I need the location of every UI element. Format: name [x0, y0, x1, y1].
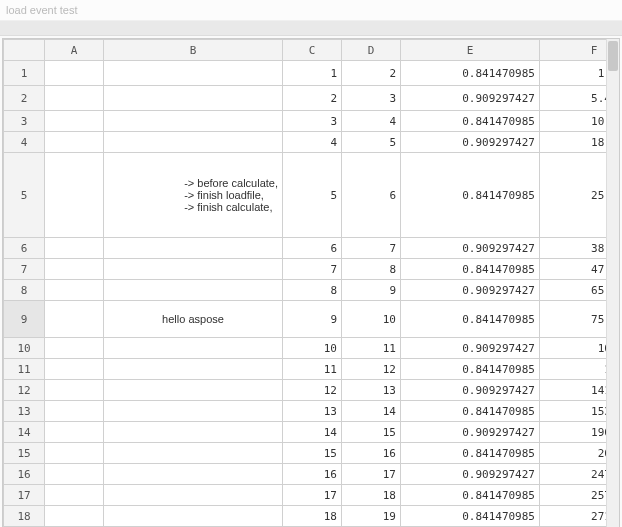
cell-B18[interactable]: [104, 506, 283, 527]
cell-D6[interactable]: 7: [342, 238, 401, 259]
cell-C18[interactable]: 18: [283, 506, 342, 527]
cell-D11[interactable]: 12: [342, 359, 401, 380]
cell-B3[interactable]: [104, 111, 283, 132]
table-row[interactable]: 7780.84147098547.12237: [4, 259, 621, 280]
cell-B15[interactable]: [104, 443, 283, 464]
table-row[interactable]: 1616170.909297427247.3289: [4, 464, 621, 485]
cell-C10[interactable]: 10: [283, 338, 342, 359]
row-header[interactable]: 14: [4, 422, 45, 443]
cell-E9[interactable]: 0.841470985: [401, 301, 540, 338]
cell-E4[interactable]: 0.909297427: [401, 132, 540, 153]
cell-A7[interactable]: [45, 259, 104, 280]
table-row[interactable]: 1515160.841470985201.953: [4, 443, 621, 464]
col-header-C[interactable]: C: [283, 40, 342, 61]
cell-C5[interactable]: 5: [283, 153, 342, 238]
cell-E8[interactable]: 0.909297427: [401, 280, 540, 301]
cell-D13[interactable]: 14: [342, 401, 401, 422]
cell-D1[interactable]: 2: [342, 61, 401, 86]
cell-D4[interactable]: 5: [342, 132, 401, 153]
table-row[interactable]: 3340.84147098510.09765: [4, 111, 621, 132]
cell-B7[interactable]: [104, 259, 283, 280]
row-header[interactable]: 7: [4, 259, 45, 280]
cell-D17[interactable]: 18: [342, 485, 401, 506]
cell-D8[interactable]: 9: [342, 280, 401, 301]
cell-E11[interactable]: 0.841470985: [401, 359, 540, 380]
cell-A4[interactable]: [45, 132, 104, 153]
cell-A15[interactable]: [45, 443, 104, 464]
cell-D10[interactable]: 11: [342, 338, 401, 359]
row-header[interactable]: 10: [4, 338, 45, 359]
row-header[interactable]: 1: [4, 61, 45, 86]
table-row[interactable]: 9hello aspose9100.84147098575.73238: [4, 301, 621, 338]
cell-B2[interactable]: [104, 86, 283, 111]
row-header[interactable]: 12: [4, 380, 45, 401]
cell-A6[interactable]: [45, 238, 104, 259]
cell-E12[interactable]: 0.909297427: [401, 380, 540, 401]
cell-B14[interactable]: [104, 422, 283, 443]
cell-C11[interactable]: 11: [283, 359, 342, 380]
cell-B4[interactable]: [104, 132, 283, 153]
cell-A2[interactable]: [45, 86, 104, 111]
table-row[interactable]: 1010110.909297427100.022: [4, 338, 621, 359]
cell-D14[interactable]: 15: [342, 422, 401, 443]
cell-A13[interactable]: [45, 401, 104, 422]
cell-C8[interactable]: 8: [283, 280, 342, 301]
cell-D12[interactable]: 13: [342, 380, 401, 401]
table-row[interactable]: 1313140.841470985153.1477: [4, 401, 621, 422]
cell-C3[interactable]: 3: [283, 111, 342, 132]
scrollbar-thumb[interactable]: [608, 41, 618, 71]
corner-cell[interactable]: [4, 40, 45, 61]
cell-C4[interactable]: 4: [283, 132, 342, 153]
cell-A10[interactable]: [45, 338, 104, 359]
row-header[interactable]: 6: [4, 238, 45, 259]
cell-A3[interactable]: [45, 111, 104, 132]
cell-C14[interactable]: 14: [283, 422, 342, 443]
table-row[interactable]: 1212130.909297427141.8503: [4, 380, 621, 401]
cell-C12[interactable]: 12: [283, 380, 342, 401]
cell-C2[interactable]: 2: [283, 86, 342, 111]
cell-C7[interactable]: 7: [283, 259, 342, 280]
row-header[interactable]: 15: [4, 443, 45, 464]
cell-C6[interactable]: 6: [283, 238, 342, 259]
row-header[interactable]: 4: [4, 132, 45, 153]
cell-E1[interactable]: 0.841470985: [401, 61, 540, 86]
cell-A17[interactable]: [45, 485, 104, 506]
table-row[interactable]: 1120.8414709851.68294: [4, 61, 621, 86]
row-header[interactable]: 17: [4, 485, 45, 506]
table-row[interactable]: 1111120.841470985111.07: [4, 359, 621, 380]
cell-C17[interactable]: 17: [283, 485, 342, 506]
cell-E3[interactable]: 0.841470985: [401, 111, 540, 132]
cell-B5[interactable]: -> before calculate, -> finish loadfile,…: [104, 153, 283, 238]
row-header[interactable]: 2: [4, 86, 45, 111]
row-header[interactable]: 11: [4, 359, 45, 380]
row-header[interactable]: 16: [4, 464, 45, 485]
cell-B13[interactable]: [104, 401, 283, 422]
row-header[interactable]: 13: [4, 401, 45, 422]
cell-A12[interactable]: [45, 380, 104, 401]
row-header[interactable]: 5: [4, 153, 45, 238]
cell-A18[interactable]: [45, 506, 104, 527]
cell-E15[interactable]: 0.841470985: [401, 443, 540, 464]
cell-B1[interactable]: [104, 61, 283, 86]
cell-A9[interactable]: [45, 301, 104, 338]
cell-D16[interactable]: 17: [342, 464, 401, 485]
cell-E13[interactable]: 0.841470985: [401, 401, 540, 422]
cell-B17[interactable]: [104, 485, 283, 506]
cell-A8[interactable]: [45, 280, 104, 301]
cell-E10[interactable]: 0.909297427: [401, 338, 540, 359]
cell-B10[interactable]: [104, 338, 283, 359]
table-row[interactable]: 2230.9092974275.455784: [4, 86, 621, 111]
table-row[interactable]: 5-> before calculate, -> finish loadfile…: [4, 153, 621, 238]
cell-E2[interactable]: 0.909297427: [401, 86, 540, 111]
cell-E18[interactable]: 0.841470985: [401, 506, 540, 527]
table-row[interactable]: 4450.90929742718.18594: [4, 132, 621, 153]
cell-C13[interactable]: 13: [283, 401, 342, 422]
cell-B8[interactable]: [104, 280, 283, 301]
cell-C9[interactable]: 9: [283, 301, 342, 338]
cell-A5[interactable]: [45, 153, 104, 238]
cell-E16[interactable]: 0.909297427: [401, 464, 540, 485]
row-header[interactable]: 3: [4, 111, 45, 132]
cell-C15[interactable]: 15: [283, 443, 342, 464]
cell-E17[interactable]: 0.841470985: [401, 485, 540, 506]
row-header[interactable]: 9: [4, 301, 45, 338]
